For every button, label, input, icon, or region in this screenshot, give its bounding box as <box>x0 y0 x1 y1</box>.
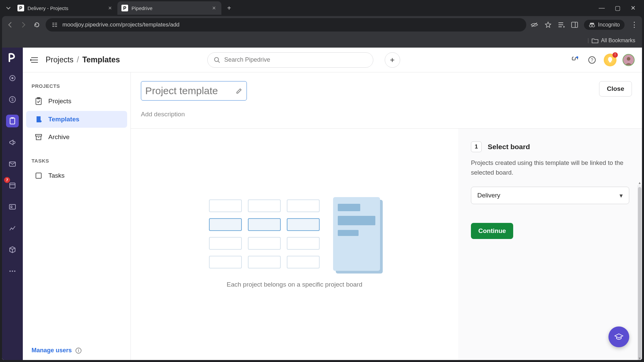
url-text: moodjoy.pipedrive.com/projects/templates… <box>62 21 179 28</box>
step-description: Projects created using this template wil… <box>471 158 629 177</box>
bookmarks-folder-icon[interactable] <box>592 38 598 43</box>
svg-point-12 <box>589 25 592 27</box>
illustration-pipeline <box>209 199 320 268</box>
back-button[interactable] <box>5 20 15 29</box>
svg-rect-23 <box>9 204 15 209</box>
tab-favicon-0: P <box>17 5 24 11</box>
add-description-input[interactable]: Add description <box>141 111 185 118</box>
sidebar-label-projects: Projects <box>48 98 71 105</box>
side-section-projects: PROJECTS <box>23 80 130 92</box>
browser-tab-1[interactable]: P Pipedrive × <box>117 1 221 15</box>
chevron-down-icon: ▾ <box>620 192 623 199</box>
scrollbar[interactable]: ▴ ▾ <box>637 185 642 360</box>
template-title-input[interactable]: Project template <box>141 81 247 101</box>
search-input[interactable]: Search Pipedrive <box>207 52 373 68</box>
media-control-icon[interactable] <box>558 21 565 28</box>
bookmark-star-icon[interactable] <box>544 21 552 28</box>
rail-item-contacts[interactable] <box>6 200 19 213</box>
add-button[interactable]: + <box>385 52 400 68</box>
manage-users-link[interactable]: Manage users i <box>23 341 130 360</box>
graduation-cap-icon <box>614 332 624 342</box>
collapse-sidebar-icon[interactable] <box>30 56 39 64</box>
breadcrumb-separator: / <box>77 55 79 64</box>
svg-rect-7 <box>558 22 563 23</box>
rail-item-products[interactable] <box>6 243 19 256</box>
rail-item-campaigns[interactable] <box>6 136 19 149</box>
sidebar-item-archive[interactable]: Archive <box>26 129 127 145</box>
svg-text:?: ? <box>591 57 593 63</box>
rail-item-more[interactable] <box>6 265 19 278</box>
svg-point-27 <box>14 270 15 272</box>
incognito-eye-icon[interactable] <box>530 21 538 28</box>
svg-rect-2 <box>52 24 54 25</box>
scroll-thumb[interactable] <box>638 187 641 360</box>
svg-point-15 <box>11 77 13 79</box>
new-tab-button[interactable]: + <box>224 3 234 13</box>
search-placeholder: Search Pipedrive <box>224 56 270 63</box>
site-settings-icon[interactable] <box>52 22 58 28</box>
rail-item-mail[interactable] <box>6 158 19 170</box>
svg-rect-8 <box>558 24 563 25</box>
all-bookmarks-link[interactable]: All Bookmarks <box>601 38 635 44</box>
browser-tab-0[interactable]: P Delivery - Projects × <box>13 1 117 15</box>
svg-rect-3 <box>55 24 57 25</box>
incognito-badge[interactable]: Incognito <box>584 20 625 30</box>
svg-rect-19 <box>11 117 14 119</box>
close-button[interactable]: Close <box>599 81 632 97</box>
breadcrumb-current: Templates <box>82 55 120 64</box>
side-panel-icon[interactable] <box>571 22 578 28</box>
tab-search-button[interactable] <box>3 3 13 13</box>
sidebar-label-archive: Archive <box>48 133 69 141</box>
continue-button[interactable]: Continue <box>471 223 513 239</box>
svg-rect-4 <box>52 26 54 27</box>
svg-text:$: $ <box>11 97 14 102</box>
breadcrumb-root[interactable]: Projects <box>46 55 73 64</box>
sales-assistant-icon[interactable]: ! <box>604 54 616 66</box>
marketplace-icon[interactable] <box>569 54 580 66</box>
browser-menu-icon[interactable]: ⋮ <box>631 20 639 29</box>
sidebar-label-templates: Templates <box>48 116 79 123</box>
rail-item-leads[interactable] <box>6 72 19 84</box>
svg-rect-5 <box>55 26 57 27</box>
clipboard-icon <box>35 97 43 105</box>
manage-users-label: Manage users <box>32 347 72 354</box>
forward-button[interactable] <box>19 20 28 29</box>
incognito-label: Incognito <box>598 22 620 28</box>
search-icon <box>214 57 220 63</box>
svg-rect-18 <box>10 118 15 124</box>
help-fab[interactable] <box>608 326 629 347</box>
sidebar-item-tasks[interactable]: Tasks <box>26 168 127 184</box>
illustration-area: Each project belongs on a specific proje… <box>131 129 458 360</box>
help-icon[interactable]: ? <box>586 54 598 66</box>
tab-close-1[interactable]: × <box>211 5 217 12</box>
svg-point-24 <box>11 206 12 207</box>
board-select-value: Delivery <box>477 192 500 199</box>
svg-point-13 <box>592 25 595 27</box>
maximize-button[interactable]: ▢ <box>615 4 621 12</box>
close-window-button[interactable]: ✕ <box>631 4 636 12</box>
rail-item-deals[interactable]: $ <box>6 93 19 106</box>
rail-item-activities[interactable]: 7 <box>6 179 19 192</box>
sidebar-item-projects[interactable]: Projects <box>26 93 127 110</box>
url-bar[interactable]: moodjoy.pipedrive.com/projects/templates… <box>46 18 526 32</box>
user-avatar[interactable] <box>623 54 635 66</box>
step-number: 1 <box>471 141 482 152</box>
notification-dot: ! <box>612 52 618 58</box>
board-select[interactable]: Delivery ▾ <box>471 187 629 204</box>
sidebar-item-templates[interactable]: Templates <box>26 111 127 128</box>
edit-icon <box>236 87 243 94</box>
svg-point-26 <box>12 270 13 272</box>
minimize-button[interactable]: ― <box>599 4 605 12</box>
svg-point-25 <box>9 270 11 272</box>
tab-close-0[interactable]: × <box>107 5 113 12</box>
rail-item-insights[interactable] <box>6 222 19 235</box>
side-section-tasks: TASKS <box>23 155 130 167</box>
tab-favicon-1: P <box>121 5 128 11</box>
rail-item-projects[interactable] <box>6 115 19 127</box>
reload-button[interactable] <box>32 20 42 29</box>
svg-line-32 <box>218 61 220 63</box>
step-title: Select board <box>488 143 530 151</box>
app-logo[interactable] <box>7 52 18 63</box>
info-icon: i <box>75 347 82 354</box>
content-area: Project template Close Add description <box>131 72 642 360</box>
